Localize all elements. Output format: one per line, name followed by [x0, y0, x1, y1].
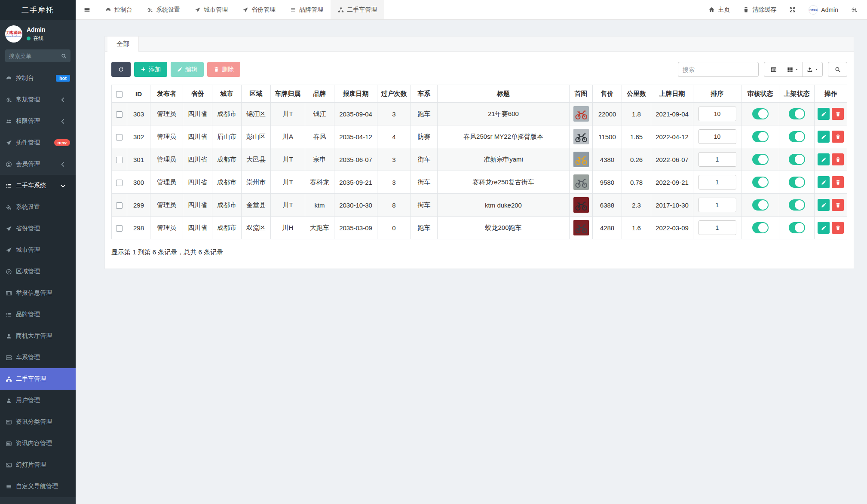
home-link[interactable]: 主页 [708, 6, 730, 14]
column-header: 过户次数 [377, 85, 411, 103]
table-search-input[interactable] [678, 62, 759, 77]
listing-status-toggle[interactable] [789, 131, 805, 142]
row-delete-button[interactable] [832, 153, 844, 165]
sidebar-menu: 控制台hot常规管理权限管理插件管理new会员管理二手车系统系统设置省份管理城市… [0, 67, 76, 497]
bars-icon [290, 7, 296, 13]
sidebar-item[interactable]: 二手车系统 [0, 175, 76, 196]
export-button[interactable] [803, 62, 823, 77]
table-row: 302管理员四川省眉山市彭山区川A春风2035-04-124防赛春风250sr … [112, 125, 847, 148]
listing-status-toggle[interactable] [789, 177, 805, 188]
listing-status-toggle[interactable] [789, 199, 805, 211]
audit-status-toggle[interactable] [752, 177, 769, 188]
topnav-tab[interactable]: 控制台 [98, 0, 140, 19]
sidebar-item[interactable]: 商机大厅管理 [0, 325, 76, 347]
topnav-tab[interactable]: 城市管理 [187, 0, 235, 19]
sidebar-item[interactable]: 控制台hot [0, 67, 76, 89]
topnav-tab[interactable]: 品牌管理 [283, 0, 331, 19]
audit-status-toggle[interactable] [752, 131, 769, 142]
sidebar-item[interactable]: 车系管理 [0, 347, 76, 368]
audit-status-toggle[interactable] [752, 154, 769, 165]
row-checkbox[interactable] [116, 134, 123, 141]
listing-status-toggle[interactable] [789, 222, 805, 233]
sidebar-item[interactable]: 城市管理 [0, 239, 76, 261]
sidebar-item-label: 举报信息管理 [16, 289, 52, 297]
sort-input[interactable] [699, 175, 736, 189]
row-delete-button[interactable] [832, 176, 844, 188]
topnav-tab-label: 控制台 [114, 6, 132, 14]
topnav-tab-label: 城市管理 [204, 6, 228, 14]
admin-menu[interactable]: 刀客源码 Admin [809, 5, 838, 15]
row-checkbox[interactable] [116, 111, 123, 118]
delete-button[interactable]: 删除 [207, 62, 240, 77]
column-header: 上架状态 [779, 85, 815, 103]
tab-all[interactable]: 全部 [107, 37, 139, 52]
audit-status-toggle[interactable] [752, 199, 769, 211]
row-edit-button[interactable] [818, 131, 830, 143]
listing-thumbnail [573, 197, 589, 213]
sidebar-item[interactable]: 自定义导航管理 [0, 476, 76, 497]
sidebar-item[interactable]: 资讯分类管理 [0, 411, 76, 433]
sidebar-item[interactable]: 举报信息管理 [0, 282, 76, 304]
sidebar-item[interactable]: 二手车管理 [0, 368, 76, 390]
row-delete-button[interactable] [832, 199, 844, 211]
sidebar-item-label: 车系管理 [16, 354, 40, 361]
sidebar-item[interactable]: 品牌管理 [0, 304, 76, 325]
columns-button[interactable] [783, 62, 803, 77]
audit-status-toggle[interactable] [752, 108, 769, 119]
sort-input[interactable] [699, 152, 736, 167]
edit-button[interactable]: 编辑 [171, 62, 204, 77]
sidebar-item[interactable]: 资讯内容管理 [0, 433, 76, 454]
sort-input[interactable] [699, 198, 736, 212]
cell-city: 成都市 [212, 103, 242, 125]
image-icon [6, 462, 12, 468]
avatar[interactable]: 刀客源码 www.dkewl.com [5, 25, 22, 43]
sidebar-item[interactable]: 会员管理 [0, 153, 76, 175]
sidebar-item[interactable]: 幻灯片管理 [0, 454, 76, 476]
sidebar-item[interactable]: 系统设置 [0, 196, 76, 218]
topnav-tab[interactable]: 系统设置 [140, 0, 187, 19]
detail-view-button[interactable] [764, 62, 783, 77]
listing-status-toggle[interactable] [789, 154, 805, 165]
row-checkbox[interactable] [116, 202, 123, 209]
listing-status-toggle[interactable] [789, 108, 805, 119]
sidebar-item[interactable]: 插件管理new [0, 132, 76, 153]
sidebar-item[interactable]: 区域管理 [0, 261, 76, 282]
sidebar-item[interactable]: 权限管理 [0, 110, 76, 132]
gauge-icon [105, 7, 111, 13]
row-delete-button[interactable] [832, 131, 844, 143]
row-edit-button[interactable] [818, 153, 830, 165]
row-edit-button[interactable] [818, 199, 830, 211]
sidebar-item[interactable]: 常规管理 [0, 89, 76, 110]
row-checkbox[interactable] [116, 157, 123, 163]
sidebar-toggle-button[interactable] [76, 0, 98, 19]
row-edit-button[interactable] [818, 222, 830, 234]
row-checkbox[interactable] [116, 225, 123, 232]
row-edit-button[interactable] [818, 176, 830, 188]
add-button[interactable]: 添加 [134, 62, 167, 77]
fullscreen-button[interactable] [789, 6, 796, 13]
row-edit-button[interactable] [818, 108, 830, 120]
row-checkbox[interactable] [116, 180, 123, 186]
sidebar-search-input[interactable] [9, 53, 61, 59]
sidebar-item[interactable]: 用户管理 [0, 390, 76, 411]
refresh-button[interactable] [111, 62, 131, 77]
sort-input[interactable] [699, 129, 736, 144]
cell-scrap-date: 2035-03-09 [334, 217, 377, 239]
cell-publisher: 管理员 [150, 171, 183, 194]
audit-status-toggle[interactable] [752, 222, 769, 233]
select-all-checkbox[interactable] [116, 91, 123, 98]
settings-button[interactable] [851, 6, 858, 13]
sidebar-item[interactable]: 省份管理 [0, 218, 76, 239]
cell-brand: 大跑车 [305, 217, 334, 239]
cell-series: 街车 [411, 171, 438, 194]
sort-input[interactable] [699, 107, 736, 121]
sort-input[interactable] [699, 220, 736, 235]
sidebar-item-label: 二手车系统 [16, 182, 46, 189]
row-delete-button[interactable] [832, 222, 844, 234]
row-delete-button[interactable] [832, 108, 844, 120]
search-button[interactable] [828, 62, 847, 77]
topnav-tab[interactable]: 省份管理 [235, 0, 283, 19]
topnav-tab[interactable]: 二手车管理 [331, 0, 384, 19]
clear-cache-link[interactable]: 清除缓存 [743, 6, 776, 14]
column-header: 报废日期 [334, 85, 377, 103]
